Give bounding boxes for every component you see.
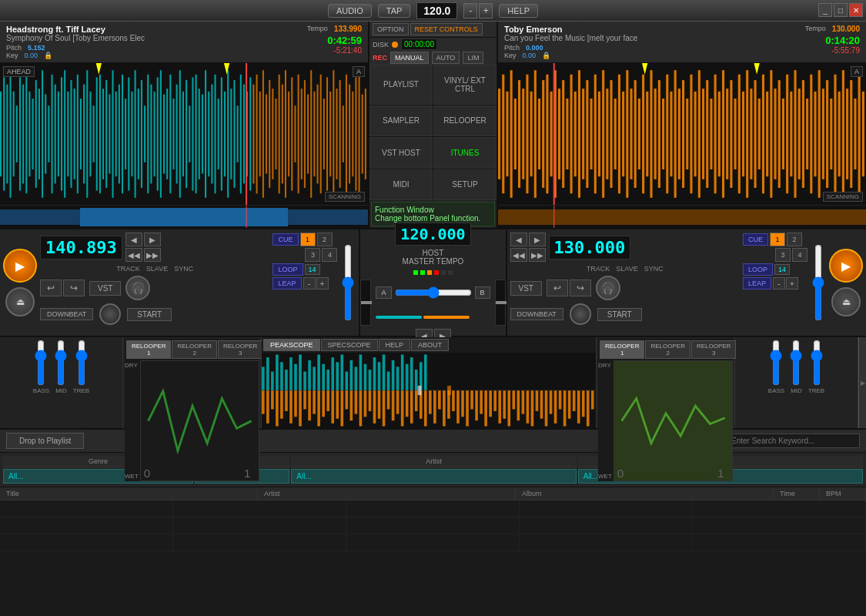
side-handle[interactable]: ▶ xyxy=(858,337,866,428)
track-label-left[interactable]: TRACK xyxy=(116,265,140,273)
leap-btn-right[interactable]: LEAP xyxy=(743,277,771,290)
cue-num1-right[interactable]: 1 xyxy=(770,233,785,246)
relooper-wave-right[interactable]: 0 1 xyxy=(614,360,733,481)
drop-to-playlist-button[interactable]: Drop to Playlist xyxy=(6,433,84,449)
start-btn-left[interactable]: START xyxy=(127,308,172,321)
prev-btn-left[interactable]: ◀ xyxy=(125,233,142,246)
track-label-right[interactable]: TRACK xyxy=(587,265,610,273)
relooper-tab2-left[interactable]: RELOOPER 2 xyxy=(172,340,216,359)
play-button-right[interactable]: ▶ xyxy=(829,249,863,283)
ab-b-btn[interactable]: B xyxy=(475,286,490,299)
prev2-btn-right[interactable]: ◀◀ xyxy=(510,248,527,262)
play-button-left[interactable]: ▶ xyxy=(3,249,37,283)
loop-btn-right[interactable]: LOOP xyxy=(743,263,773,276)
ab-a-btn[interactable]: A xyxy=(376,286,391,299)
redo-btn-left[interactable]: ↪ xyxy=(63,280,85,296)
minimize-button[interactable]: _ xyxy=(818,3,832,17)
crossfader[interactable] xyxy=(395,286,472,299)
col-artist[interactable]: Artist xyxy=(258,487,516,500)
cue-btn-right[interactable]: CUE xyxy=(743,233,768,246)
waveform-right[interactable] xyxy=(498,63,866,205)
sync-label-right[interactable]: SYNC xyxy=(644,265,664,273)
cue-num3-left[interactable]: 3 xyxy=(305,248,320,262)
vst-button-right[interactable]: VST xyxy=(510,281,542,296)
relooper-tab3-right[interactable]: RELOOPER 3 xyxy=(691,340,736,359)
eject-button-right[interactable]: ⏏ xyxy=(831,287,861,316)
cue-btn-left[interactable]: CUE xyxy=(273,233,298,246)
relooper-tab2-right[interactable]: RELOOPER 2 xyxy=(645,340,690,359)
undo-btn-right[interactable]: ↩ xyxy=(547,280,568,296)
bass-slider-right[interactable] xyxy=(771,340,781,386)
prev2-btn-left[interactable]: ◀◀ xyxy=(125,248,142,262)
close-button[interactable]: ✕ xyxy=(849,3,863,17)
cue-num3-right[interactable]: 3 xyxy=(775,248,791,262)
setup-button[interactable]: SETUP xyxy=(433,169,497,201)
scope-display[interactable] xyxy=(262,353,596,428)
leap-minus-right[interactable]: - xyxy=(773,277,785,290)
itunes-button[interactable]: ITUNES xyxy=(433,137,497,169)
slave-label-right[interactable]: SLAVE xyxy=(616,265,637,273)
manual-button[interactable]: MANUAL xyxy=(390,52,429,64)
next-btn-left[interactable]: ▶ xyxy=(144,233,161,246)
leap-btn-left[interactable]: LEAP xyxy=(273,277,301,290)
about-tab[interactable]: ABOUT xyxy=(411,339,449,351)
waveform-left[interactable] xyxy=(0,63,368,205)
col-title[interactable]: Title xyxy=(0,487,258,500)
table-row[interactable] xyxy=(0,500,866,517)
slave-label-left[interactable]: SLAVE xyxy=(146,265,168,273)
maximize-button[interactable]: □ xyxy=(834,3,848,17)
auto-button[interactable]: AUTO xyxy=(432,52,460,64)
cue-num4-right[interactable]: 4 xyxy=(792,248,807,262)
mid-slider-right[interactable] xyxy=(791,340,801,386)
col-bpm[interactable]: BPM xyxy=(820,487,866,500)
mid-slider-left[interactable] xyxy=(55,340,66,386)
playlist-button[interactable]: PLAYLIST xyxy=(369,65,433,105)
leap-plus-right[interactable]: + xyxy=(786,277,798,290)
downbeat-btn-right[interactable]: DOWNBEAT xyxy=(510,308,563,320)
treb-slider-right[interactable] xyxy=(811,340,822,386)
bpm-minus-button[interactable]: - xyxy=(463,3,477,18)
relooper-tab3-left[interactable]: RELOOPER 3 xyxy=(218,340,262,359)
headphones-btn-left[interactable]: 🎧 xyxy=(125,276,150,300)
relooper-wave-left[interactable]: 0 1 xyxy=(140,360,259,481)
cue-num4-left[interactable]: 4 xyxy=(322,248,337,262)
cue-num1-left[interactable]: 1 xyxy=(300,233,316,246)
downbeat-knob-left[interactable] xyxy=(99,303,121,325)
help-tab[interactable]: HELP xyxy=(379,339,411,351)
redo-btn-right[interactable]: ↪ xyxy=(570,280,591,296)
tap-button[interactable]: TAP xyxy=(378,4,411,18)
peakscope-tab[interactable]: PEAKSCOPE xyxy=(263,339,320,351)
audio-button[interactable]: AUDIO xyxy=(328,4,372,18)
pitch-slider-right[interactable] xyxy=(811,244,826,321)
downbeat-btn-left[interactable]: DOWNBEAT xyxy=(40,308,93,320)
vst-button-left[interactable]: VST xyxy=(89,281,121,296)
eject-button-left[interactable]: ⏏ xyxy=(5,287,35,316)
loop-btn-left[interactable]: LOOP xyxy=(273,263,303,276)
mini-waveform-left[interactable] xyxy=(0,206,368,228)
leap-minus-left[interactable]: - xyxy=(303,277,316,290)
pitch-slider-left[interactable] xyxy=(340,244,356,321)
relooper-tab1-left[interactable]: RELOOPER 1 xyxy=(126,340,171,359)
treb-slider-left[interactable] xyxy=(76,340,87,386)
bpm-plus-button[interactable]: + xyxy=(479,3,493,18)
start-btn-right[interactable]: START xyxy=(597,308,642,321)
option-button[interactable]: OPTION xyxy=(373,23,409,35)
lim-button[interactable]: LIM xyxy=(463,52,483,64)
next2-btn-left[interactable]: ▶▶ xyxy=(144,248,161,262)
help-button[interactable]: HELP xyxy=(499,4,538,18)
sampler-button[interactable]: SAMPLER xyxy=(369,105,433,137)
cue-num2-left[interactable]: 2 xyxy=(317,233,333,246)
cue-num2-right[interactable]: 2 xyxy=(787,233,802,246)
next-btn-right[interactable]: ▶ xyxy=(529,233,546,246)
midi-button[interactable]: MIDI xyxy=(369,169,433,201)
mini-waveform-right[interactable] xyxy=(498,206,866,228)
vst-host-button[interactable]: VST HOST xyxy=(369,137,433,169)
relooper-button[interactable]: RELOOPER xyxy=(433,105,497,137)
prev-btn-right[interactable]: ◀ xyxy=(510,233,527,246)
search-input[interactable] xyxy=(731,437,854,445)
headphones-btn-right[interactable]: 🎧 xyxy=(596,276,620,300)
leap-plus-left[interactable]: + xyxy=(316,277,329,290)
vinyl-ext-button[interactable]: VINYL/ EXT CTRL xyxy=(433,65,497,105)
artist-all-item[interactable]: All... xyxy=(291,469,576,484)
downbeat-knob-right[interactable] xyxy=(570,303,591,325)
